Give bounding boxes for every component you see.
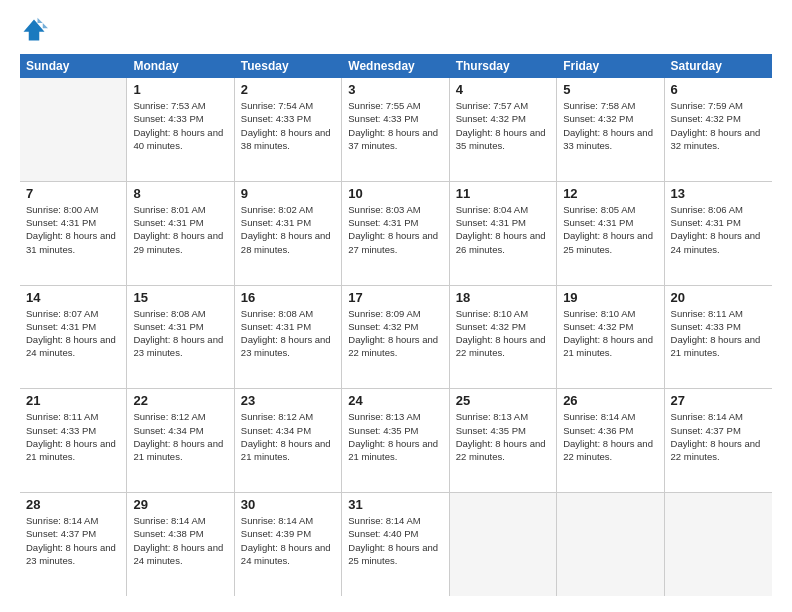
day-number: 12 [563,186,657,201]
day-cell-9: 9Sunrise: 8:02 AMSunset: 4:31 PMDaylight… [235,182,342,285]
page: SundayMondayTuesdayWednesdayThursdayFrid… [0,0,792,612]
day-info: Sunrise: 8:06 AMSunset: 4:31 PMDaylight:… [671,203,766,256]
day-number: 13 [671,186,766,201]
day-cell-22: 22Sunrise: 8:12 AMSunset: 4:34 PMDayligh… [127,389,234,492]
day-cell-8: 8Sunrise: 8:01 AMSunset: 4:31 PMDaylight… [127,182,234,285]
day-cell-12: 12Sunrise: 8:05 AMSunset: 4:31 PMDayligh… [557,182,664,285]
day-cell-1: 1Sunrise: 7:53 AMSunset: 4:33 PMDaylight… [127,78,234,181]
day-info: Sunrise: 7:59 AMSunset: 4:32 PMDaylight:… [671,99,766,152]
day-number: 20 [671,290,766,305]
day-cell-25: 25Sunrise: 8:13 AMSunset: 4:35 PMDayligh… [450,389,557,492]
day-number: 3 [348,82,442,97]
empty-cell [665,493,772,596]
day-number: 28 [26,497,120,512]
day-cell-23: 23Sunrise: 8:12 AMSunset: 4:34 PMDayligh… [235,389,342,492]
day-number: 30 [241,497,335,512]
day-number: 1 [133,82,227,97]
day-info: Sunrise: 8:11 AMSunset: 4:33 PMDaylight:… [26,410,120,463]
week-row-2: 14Sunrise: 8:07 AMSunset: 4:31 PMDayligh… [20,286,772,390]
day-cell-30: 30Sunrise: 8:14 AMSunset: 4:39 PMDayligh… [235,493,342,596]
logo-icon [20,16,48,44]
day-info: Sunrise: 8:13 AMSunset: 4:35 PMDaylight:… [456,410,550,463]
header [20,16,772,44]
day-info: Sunrise: 8:00 AMSunset: 4:31 PMDaylight:… [26,203,120,256]
day-cell-15: 15Sunrise: 8:08 AMSunset: 4:31 PMDayligh… [127,286,234,389]
day-info: Sunrise: 8:01 AMSunset: 4:31 PMDaylight:… [133,203,227,256]
day-cell-27: 27Sunrise: 8:14 AMSunset: 4:37 PMDayligh… [665,389,772,492]
empty-cell [557,493,664,596]
calendar-body: 1Sunrise: 7:53 AMSunset: 4:33 PMDaylight… [20,78,772,596]
day-cell-5: 5Sunrise: 7:58 AMSunset: 4:32 PMDaylight… [557,78,664,181]
empty-cell [450,493,557,596]
day-number: 18 [456,290,550,305]
week-row-3: 21Sunrise: 8:11 AMSunset: 4:33 PMDayligh… [20,389,772,493]
day-header-tuesday: Tuesday [235,54,342,78]
day-header-sunday: Sunday [20,54,127,78]
logo [20,16,52,44]
day-info: Sunrise: 7:58 AMSunset: 4:32 PMDaylight:… [563,99,657,152]
day-cell-31: 31Sunrise: 8:14 AMSunset: 4:40 PMDayligh… [342,493,449,596]
day-cell-18: 18Sunrise: 8:10 AMSunset: 4:32 PMDayligh… [450,286,557,389]
day-cell-11: 11Sunrise: 8:04 AMSunset: 4:31 PMDayligh… [450,182,557,285]
day-cell-24: 24Sunrise: 8:13 AMSunset: 4:35 PMDayligh… [342,389,449,492]
day-number: 6 [671,82,766,97]
day-number: 29 [133,497,227,512]
day-cell-2: 2Sunrise: 7:54 AMSunset: 4:33 PMDaylight… [235,78,342,181]
day-info: Sunrise: 8:12 AMSunset: 4:34 PMDaylight:… [241,410,335,463]
day-info: Sunrise: 8:07 AMSunset: 4:31 PMDaylight:… [26,307,120,360]
day-info: Sunrise: 8:14 AMSunset: 4:38 PMDaylight:… [133,514,227,567]
day-number: 31 [348,497,442,512]
day-number: 9 [241,186,335,201]
day-cell-17: 17Sunrise: 8:09 AMSunset: 4:32 PMDayligh… [342,286,449,389]
day-info: Sunrise: 8:14 AMSunset: 4:36 PMDaylight:… [563,410,657,463]
day-info: Sunrise: 8:11 AMSunset: 4:33 PMDaylight:… [671,307,766,360]
day-info: Sunrise: 8:10 AMSunset: 4:32 PMDaylight:… [563,307,657,360]
day-info: Sunrise: 8:02 AMSunset: 4:31 PMDaylight:… [241,203,335,256]
day-number: 10 [348,186,442,201]
day-number: 22 [133,393,227,408]
day-info: Sunrise: 8:08 AMSunset: 4:31 PMDaylight:… [133,307,227,360]
day-info: Sunrise: 8:14 AMSunset: 4:37 PMDaylight:… [26,514,120,567]
day-number: 21 [26,393,120,408]
day-info: Sunrise: 7:53 AMSunset: 4:33 PMDaylight:… [133,99,227,152]
day-number: 8 [133,186,227,201]
day-info: Sunrise: 7:55 AMSunset: 4:33 PMDaylight:… [348,99,442,152]
day-number: 27 [671,393,766,408]
day-number: 4 [456,82,550,97]
day-header-friday: Friday [557,54,664,78]
day-number: 26 [563,393,657,408]
calendar-header: SundayMondayTuesdayWednesdayThursdayFrid… [20,54,772,78]
day-cell-13: 13Sunrise: 8:06 AMSunset: 4:31 PMDayligh… [665,182,772,285]
day-cell-20: 20Sunrise: 8:11 AMSunset: 4:33 PMDayligh… [665,286,772,389]
day-info: Sunrise: 8:10 AMSunset: 4:32 PMDaylight:… [456,307,550,360]
day-header-wednesday: Wednesday [342,54,449,78]
day-info: Sunrise: 8:08 AMSunset: 4:31 PMDaylight:… [241,307,335,360]
day-number: 15 [133,290,227,305]
day-cell-7: 7Sunrise: 8:00 AMSunset: 4:31 PMDaylight… [20,182,127,285]
day-info: Sunrise: 8:04 AMSunset: 4:31 PMDaylight:… [456,203,550,256]
day-info: Sunrise: 8:09 AMSunset: 4:32 PMDaylight:… [348,307,442,360]
day-number: 5 [563,82,657,97]
day-cell-21: 21Sunrise: 8:11 AMSunset: 4:33 PMDayligh… [20,389,127,492]
day-cell-14: 14Sunrise: 8:07 AMSunset: 4:31 PMDayligh… [20,286,127,389]
day-info: Sunrise: 8:05 AMSunset: 4:31 PMDaylight:… [563,203,657,256]
day-number: 7 [26,186,120,201]
day-number: 11 [456,186,550,201]
day-cell-10: 10Sunrise: 8:03 AMSunset: 4:31 PMDayligh… [342,182,449,285]
day-header-thursday: Thursday [450,54,557,78]
day-number: 17 [348,290,442,305]
empty-cell [20,78,127,181]
day-number: 25 [456,393,550,408]
day-info: Sunrise: 8:12 AMSunset: 4:34 PMDaylight:… [133,410,227,463]
day-info: Sunrise: 7:54 AMSunset: 4:33 PMDaylight:… [241,99,335,152]
day-info: Sunrise: 8:14 AMSunset: 4:39 PMDaylight:… [241,514,335,567]
day-cell-16: 16Sunrise: 8:08 AMSunset: 4:31 PMDayligh… [235,286,342,389]
week-row-0: 1Sunrise: 7:53 AMSunset: 4:33 PMDaylight… [20,78,772,182]
day-cell-26: 26Sunrise: 8:14 AMSunset: 4:36 PMDayligh… [557,389,664,492]
day-cell-29: 29Sunrise: 8:14 AMSunset: 4:38 PMDayligh… [127,493,234,596]
week-row-4: 28Sunrise: 8:14 AMSunset: 4:37 PMDayligh… [20,493,772,596]
day-number: 23 [241,393,335,408]
day-cell-28: 28Sunrise: 8:14 AMSunset: 4:37 PMDayligh… [20,493,127,596]
day-number: 19 [563,290,657,305]
week-row-1: 7Sunrise: 8:00 AMSunset: 4:31 PMDaylight… [20,182,772,286]
